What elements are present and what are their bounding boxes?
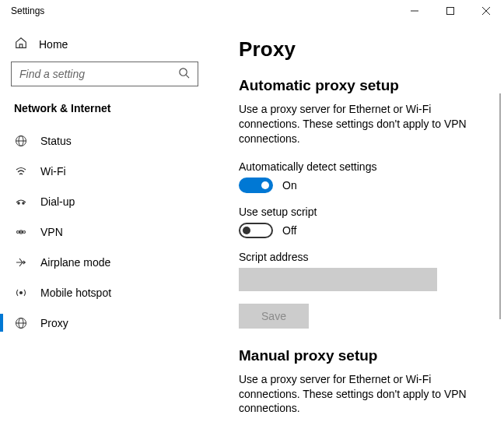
- wifi-icon: [14, 165, 28, 178]
- section-heading-auto: Automatic proxy setup: [239, 77, 481, 94]
- close-button[interactable]: [468, 0, 504, 22]
- sidebar-item-label: Airplane mode: [40, 256, 110, 269]
- vpn-icon: [14, 226, 28, 238]
- section-desc-manual: Use a proxy server for Ethernet or Wi-Fi…: [239, 372, 481, 417]
- close-icon: [482, 7, 490, 15]
- titlebar: Settings: [0, 0, 504, 23]
- sidebar: Home Network & Internet Status Wi-Fi: [0, 23, 209, 422]
- maximize-button[interactable]: [432, 0, 468, 22]
- search-icon: [178, 67, 190, 81]
- sidebar-item-airplane[interactable]: Airplane mode: [0, 247, 209, 277]
- svg-point-11: [17, 230, 19, 233]
- script-toggle-state: Off: [282, 224, 296, 237]
- save-button: Save: [239, 304, 309, 329]
- sidebar-nav: Status Wi-Fi Dial-up VPN Airplane mode: [0, 125, 209, 338]
- script-toggle[interactable]: [239, 223, 273, 238]
- minimize-button[interactable]: [397, 0, 432, 22]
- sidebar-item-status[interactable]: Status: [0, 125, 209, 156]
- sidebar-item-vpn[interactable]: VPN: [0, 216, 209, 247]
- airplane-icon: [14, 256, 28, 269]
- maximize-icon: [446, 7, 454, 15]
- sidebar-item-hotspot[interactable]: Mobile hotspot: [0, 277, 209, 308]
- globe-icon: [14, 135, 28, 147]
- sidebar-item-label: Status: [40, 135, 72, 147]
- detect-label: Automatically detect settings: [239, 160, 481, 173]
- sidebar-item-label: Mobile hotspot: [40, 287, 111, 299]
- sidebar-item-label: Wi-Fi: [40, 165, 66, 178]
- search-box[interactable]: [11, 62, 198, 86]
- sidebar-item-label: VPN: [40, 226, 63, 238]
- page-title: Proxy: [239, 37, 481, 62]
- sidebar-item-dialup[interactable]: Dial-up: [0, 186, 209, 216]
- home-label: Home: [39, 38, 68, 51]
- window-controls: [397, 0, 504, 22]
- category-header: Network & Internet: [9, 99, 200, 125]
- svg-point-9: [18, 202, 19, 203]
- minimize-icon: [411, 7, 418, 15]
- detect-toggle[interactable]: [239, 178, 273, 193]
- dialup-icon: [14, 195, 28, 208]
- script-address-label: Script address: [239, 251, 481, 263]
- script-address-input: [239, 268, 437, 291]
- svg-line-5: [186, 75, 189, 78]
- script-toggle-label: Use setup script: [239, 206, 481, 218]
- svg-point-15: [20, 291, 23, 294]
- sidebar-item-label: Proxy: [40, 317, 68, 329]
- sidebar-item-label: Dial-up: [40, 195, 75, 208]
- section-heading-manual: Manual proxy setup: [239, 347, 481, 364]
- globe-icon: [14, 317, 28, 329]
- svg-point-4: [180, 69, 187, 76]
- home-icon: [14, 36, 28, 52]
- window-title: Settings: [11, 0, 44, 16]
- svg-rect-1: [447, 8, 454, 15]
- home-nav[interactable]: Home: [9, 31, 200, 62]
- search-input[interactable]: [19, 68, 178, 80]
- content-pane: Proxy Automatic proxy setup Use a proxy …: [209, 23, 504, 422]
- sidebar-item-wifi[interactable]: Wi-Fi: [0, 156, 209, 186]
- svg-point-12: [23, 230, 26, 233]
- svg-point-10: [23, 202, 24, 203]
- hotspot-icon: [14, 287, 28, 299]
- scrollbar[interactable]: [499, 93, 501, 319]
- section-desc-auto: Use a proxy server for Ethernet or Wi-Fi…: [239, 102, 481, 146]
- sidebar-item-proxy[interactable]: Proxy: [0, 308, 209, 338]
- detect-toggle-state: On: [282, 179, 297, 192]
